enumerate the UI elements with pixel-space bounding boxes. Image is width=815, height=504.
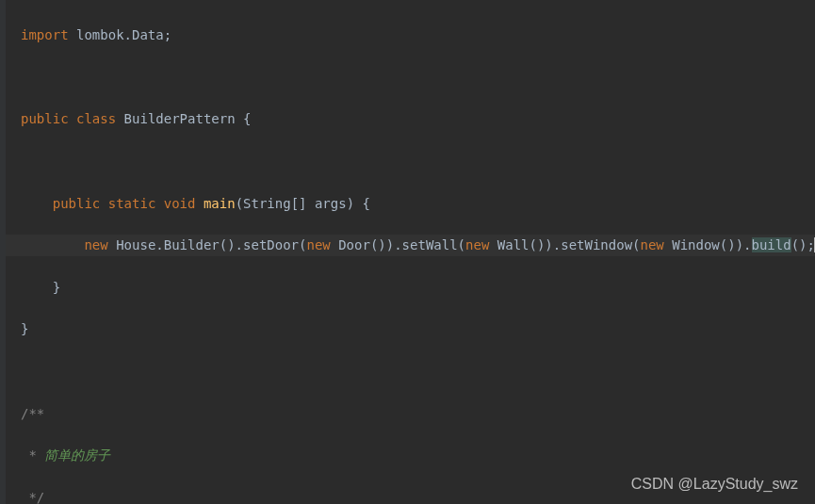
code-line[interactable]: * 简单的房子 — [21, 445, 815, 465]
brace: } — [21, 280, 60, 295]
keyword-void: void — [164, 196, 196, 211]
code-line[interactable]: public class BuilderPattern { — [21, 108, 815, 129]
keyword-static: static — [108, 196, 156, 211]
brace: } — [21, 321, 28, 336]
code-editor[interactable]: import lombok.Data; public class Builder… — [0, 0, 815, 504]
keyword-public: public — [21, 111, 69, 126]
code-text: Door()).setWall( — [331, 237, 465, 252]
comment-text: 简单的房子 — [44, 447, 110, 463]
code-line[interactable] — [21, 67, 815, 88]
keyword-class: class — [76, 111, 116, 126]
code-line[interactable]: import lombok.Data; — [21, 24, 815, 45]
code-line[interactable] — [21, 151, 815, 171]
keyword-new: new — [465, 237, 489, 252]
code-line[interactable]: } — [21, 277, 815, 298]
keyword-new: new — [84, 237, 107, 252]
keyword-new: new — [641, 237, 664, 252]
class-name: BuilderPattern — [124, 111, 236, 126]
code-line-current[interactable]: new House.Builder().setDoor(new Door()).… — [0, 235, 815, 255]
keyword-new: new — [306, 237, 330, 252]
code-line[interactable]: /** — [21, 403, 815, 424]
method-main: main — [204, 196, 236, 211]
watermark-text: CSDN @LazyStudy_swz — [631, 474, 798, 495]
pkg-text: lombok. — [69, 27, 132, 42]
code-text: Window()). — [664, 237, 752, 252]
code-line[interactable]: public static void main(String[] args) { — [21, 193, 815, 214]
code-text: (); — [791, 237, 815, 252]
keyword-public: public — [53, 196, 101, 211]
comment-end: */ — [21, 490, 44, 504]
code-text: House.Builder().setDoor( — [108, 237, 307, 252]
code-line[interactable] — [21, 361, 815, 382]
brace: { — [236, 111, 252, 126]
code-line[interactable]: } — [21, 318, 815, 339]
comment-start: /** — [21, 406, 44, 421]
editor-gutter — [0, 0, 6, 504]
class-ref: Data — [132, 27, 164, 42]
semicolon: ; — [164, 27, 171, 42]
comment-star: * — [21, 447, 44, 463]
keyword-import: import — [21, 27, 69, 42]
method-sig: (String[] args) { — [236, 196, 370, 211]
code-text: Wall()).setWindow( — [489, 237, 640, 252]
method-build: build — [752, 237, 791, 252]
